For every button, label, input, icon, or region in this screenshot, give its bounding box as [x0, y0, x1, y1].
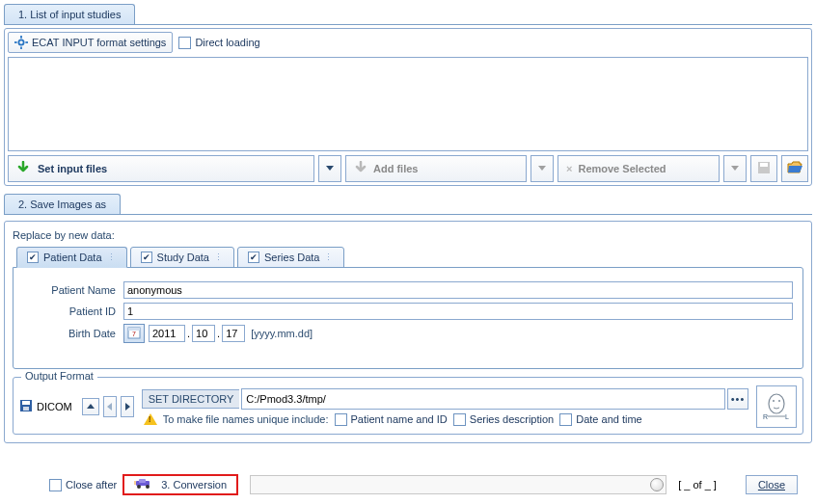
disk-icon	[19, 399, 33, 414]
tab-study-data[interactable]: ✔ Study Data ⋮	[130, 247, 234, 268]
chevron-down-icon	[731, 166, 739, 172]
include-datetime-label: Date and time	[576, 413, 641, 425]
add-files-button[interactable]: Add files	[345, 155, 527, 182]
replace-tabs: ✔ Patient Data ⋮ ✔ Study Data ⋮ ✔ Series…	[16, 247, 807, 268]
svg-point-0	[18, 40, 23, 44]
dot-separator: .	[217, 328, 220, 339]
section2-panel: Replace by new data: ✔ Patient Data ⋮ ✔ …	[4, 221, 812, 443]
remove-selected-dropdown[interactable]	[723, 155, 747, 182]
remove-disabled-icon: ×	[566, 163, 572, 174]
section1-tab-strip: 1. List of input studies	[4, 4, 812, 25]
download-arrow-disabled-icon	[354, 161, 367, 176]
conversion-button[interactable]: 3. Conversion	[122, 474, 238, 495]
svg-text:R: R	[763, 413, 768, 420]
checkbox-box-icon	[335, 413, 347, 426]
directory-input[interactable]	[241, 388, 725, 410]
include-series-checkbox[interactable]: Series description	[453, 413, 554, 426]
include-series-label: Series description	[470, 413, 554, 425]
section1-toolbar: ECAT INPUT format settings Direct loadin…	[8, 32, 808, 53]
format-prev-button[interactable]	[103, 396, 117, 417]
patient-name-label: Patient Name	[23, 284, 123, 296]
checkbox-box-icon	[178, 37, 191, 49]
tab-patient-data[interactable]: ✔ Patient Data ⋮	[16, 247, 127, 268]
svg-rect-20	[139, 479, 146, 483]
bottom-bar: Close after 3. Conversion [ _ of _ ] Clo…	[4, 469, 812, 500]
birth-year-input[interactable]	[149, 325, 185, 342]
section2-tab-strip: 2. Save Images as	[4, 194, 812, 215]
replace-by-new-data-label: Replace by new data:	[13, 229, 807, 241]
include-patient-checkbox[interactable]: Patient name and ID	[335, 413, 448, 426]
svg-point-13	[769, 394, 784, 413]
svg-point-21	[137, 485, 141, 489]
set-input-files-dropdown[interactable]	[318, 155, 341, 182]
chevron-left-icon	[107, 403, 113, 411]
birth-day-input[interactable]	[222, 325, 245, 342]
directory-row: SET DIRECTORY •••	[142, 388, 748, 410]
include-patient-label: Patient name and ID	[351, 413, 448, 425]
tab-save-images-as[interactable]: 2. Save Images as	[4, 194, 121, 214]
patient-id-input[interactable]	[123, 303, 793, 320]
patient-name-input[interactable]	[123, 281, 793, 299]
patient-id-label: Patient ID	[23, 305, 123, 317]
close-button[interactable]: Close	[746, 475, 798, 494]
progress-knob-icon	[650, 478, 664, 491]
birth-date-format-hint: [yyyy.mm.dd]	[251, 328, 313, 339]
calendar-button[interactable]: 7	[123, 324, 145, 343]
directory-browse-button[interactable]: •••	[727, 388, 748, 410]
svg-rect-12	[23, 407, 29, 411]
chevron-right-icon	[124, 403, 130, 411]
patient-name-row: Patient Name	[23, 281, 793, 299]
set-input-files-label: Set input files	[38, 163, 107, 174]
bottom-left-group: Close after 3. Conversion	[49, 474, 238, 495]
save-disabled-button[interactable]	[750, 155, 777, 182]
checkbox-checked-icon: ✔	[248, 252, 259, 263]
format-next-button[interactable]	[121, 396, 134, 417]
tab-series-data-label: Series Data	[264, 252, 319, 263]
gear-icon	[14, 36, 28, 49]
svg-rect-11	[22, 401, 30, 405]
tab-series-data[interactable]: ✔ Series Data ⋮	[237, 247, 344, 268]
svg-point-15	[778, 400, 780, 402]
checkbox-box-icon	[453, 413, 466, 426]
page-indicator: [ _ of _ ]	[678, 479, 717, 491]
calendar-icon: 7	[127, 326, 141, 341]
close-after-checkbox[interactable]: Close after	[49, 479, 117, 491]
set-directory-label: SET DIRECTORY	[142, 389, 240, 409]
tab-patient-data-label: Patient Data	[43, 252, 102, 263]
tab-dots-icon: ⋮	[324, 252, 334, 262]
direct-loading-label: Direct loading	[195, 37, 259, 48]
car-icon	[134, 478, 153, 491]
file-buttons-row: Set input files Add files × Remove Selec…	[8, 155, 808, 182]
output-format-legend: Output Format	[21, 370, 97, 382]
directory-block: SET DIRECTORY ••• To make file names uni…	[142, 388, 748, 426]
orientation-button[interactable]: R L	[756, 385, 797, 428]
checkbox-checked-icon: ✔	[141, 252, 152, 263]
tab-list-input-studies[interactable]: 1. List of input studies	[4, 4, 135, 24]
ecat-settings-label: ECAT INPUT format settings	[32, 37, 166, 48]
checkbox-checked-icon: ✔	[27, 252, 39, 263]
download-arrow-icon	[16, 161, 30, 176]
open-folder-button[interactable]	[781, 155, 808, 182]
input-studies-list[interactable]	[8, 57, 808, 151]
bottom-right-group: [ _ of _ ] Close	[678, 475, 798, 494]
filename-hint-prefix: To make file names unique include:	[163, 413, 329, 425]
more-icon: •••	[731, 393, 746, 405]
dicom-selector: DICOM	[19, 396, 134, 417]
svg-rect-6	[760, 163, 768, 167]
svg-text:L: L	[785, 413, 789, 420]
ecat-settings-button[interactable]: ECAT INPUT format settings	[8, 32, 173, 53]
format-collapse-button[interactable]	[82, 398, 99, 415]
add-files-dropdown[interactable]	[530, 155, 554, 182]
checkbox-box-icon	[49, 479, 62, 491]
warning-icon	[144, 413, 157, 425]
direct-loading-checkbox[interactable]: Direct loading	[178, 37, 259, 49]
conversion-label: 3. Conversion	[161, 479, 227, 491]
birth-month-input[interactable]	[192, 325, 215, 342]
remove-selected-button[interactable]: × Remove Selected	[558, 155, 720, 182]
birth-date-row: Birth Date 7 . . [yyyy.mm.dd]	[23, 324, 793, 343]
include-datetime-checkbox[interactable]: Date and time	[559, 413, 641, 426]
patient-data-panel: Patient Name Patient ID Birth Date 7 . .…	[13, 267, 803, 369]
patient-id-row: Patient ID	[23, 303, 793, 320]
output-format-box: Output Format DICOM SET DIRECTORY •••	[13, 377, 803, 435]
set-input-files-button[interactable]: Set input files	[8, 155, 314, 182]
